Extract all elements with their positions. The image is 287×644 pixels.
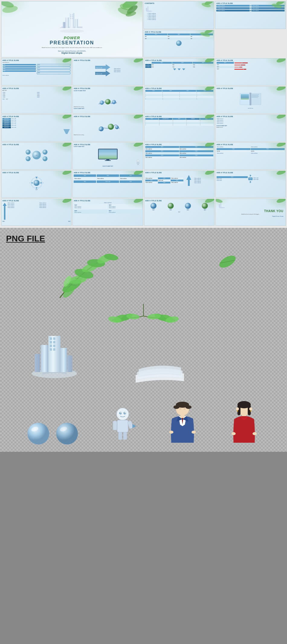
svg-point-183 bbox=[237, 410, 238, 412]
orbs-group bbox=[26, 422, 79, 446]
svg-line-71 bbox=[31, 153, 33, 154]
ld13 bbox=[50, 143, 71, 153]
svg-text:TEXT: TEXT bbox=[35, 177, 38, 178]
svg-rect-18 bbox=[70, 18, 71, 19]
svg-point-170 bbox=[173, 405, 179, 409]
svg-rect-145 bbox=[50, 337, 52, 340]
svg-rect-141 bbox=[41, 345, 48, 372]
svg-rect-22 bbox=[147, 6, 149, 11]
svg-point-63 bbox=[205, 115, 214, 120]
svg-point-32 bbox=[133, 59, 143, 64]
person-male bbox=[166, 400, 199, 446]
svg-rect-165 bbox=[118, 432, 122, 440]
slide-grid4[interactable]: ADD A TITLE SLIDE TEXT •Click to add •Cl… bbox=[215, 171, 286, 198]
content-item-5: Click to add text bbox=[148, 19, 156, 20]
click-to-add2: CLICK TO ADD TEXT bbox=[74, 166, 142, 167]
svg-text:Click to add: Click to add bbox=[96, 67, 102, 69]
slide-orbs[interactable]: ADD A TITLE SLIDE TEXT TEXT TEXT bbox=[144, 199, 214, 226]
slide-grid2[interactable]: ADD A TITLE SLIDE TEXT TEXT TEXT Click t… bbox=[73, 171, 143, 198]
slide-table4[interactable]: ADD A TITLE SLIDE Click to add text Clic… bbox=[215, 142, 286, 170]
grid-diagram-slide[interactable]: ADD A TITLE SLIDE TEXT TEXT TEXT text te… bbox=[144, 30, 214, 58]
slide-table2[interactable]: ADD A TITLE SLIDE TEXT TEXT TEXT T •text… bbox=[144, 58, 214, 85]
slide-steps[interactable]: ADD A TITLE SLIDE ADD TEXT click to add … bbox=[1, 114, 72, 142]
ld9 bbox=[50, 115, 71, 125]
main-slide[interactable]: POWER PRESENTATION Asadal has been runni… bbox=[1, 1, 143, 57]
svg-text:TEXT: TEXT bbox=[99, 129, 101, 130]
slide-up-arrow[interactable]: ADD A TITLE SLIDE •Click to add text •Cl… bbox=[1, 199, 72, 226]
svg-point-65 bbox=[62, 143, 71, 148]
slide-circles[interactable]: ADD A TITLE SLIDE CLICK TO ADD TEXT bbox=[73, 86, 143, 113]
svg-point-153 bbox=[27, 423, 49, 445]
svg-rect-146 bbox=[53, 337, 55, 340]
slide-grid3[interactable]: ADD A TITLE SLIDE •Click to add text TEX… bbox=[144, 171, 214, 198]
text-box-out: TEXT bbox=[37, 69, 70, 72]
papers bbox=[133, 345, 187, 385]
svg-point-68 bbox=[26, 156, 31, 161]
left-branch bbox=[45, 250, 135, 304]
slide-screen[interactable]: ADD A TITLE SLIDE CLICK TO ADD TEXT bbox=[73, 142, 143, 170]
globe-road-svg bbox=[97, 92, 118, 106]
slide-arrows1[interactable]: ADD A TITLE SLIDE Click to add Click to … bbox=[73, 58, 143, 85]
hanging-branch-svg bbox=[106, 304, 181, 340]
svg-rect-149 bbox=[50, 345, 52, 347]
ty-tagline: Digital Dream Utopia bbox=[217, 215, 285, 217]
text-box: TEXT bbox=[3, 66, 36, 68]
svg-line-73 bbox=[40, 153, 43, 154]
main-container: POWER PRESENTATION Asadal has been runni… bbox=[0, 0, 287, 452]
slide-process[interactable]: ADD A TITLE SLIDE TEXT LONGER TEXT TEXT … bbox=[144, 114, 214, 142]
svg-point-106 bbox=[205, 199, 214, 204]
slide-list1[interactable]: ADD A TITLE SLIDE ADD TEXT • TEXT • TEXT… bbox=[1, 86, 72, 113]
png-title: PNG FILE bbox=[6, 234, 281, 244]
person-male-svg bbox=[166, 400, 199, 446]
ld19 bbox=[193, 171, 214, 181]
svg-point-187 bbox=[253, 432, 257, 435]
svg-line-85 bbox=[138, 164, 139, 165]
svg-point-103 bbox=[62, 199, 71, 204]
row-7: ADD A TITLE SLIDE •Click to add text •Cl… bbox=[1, 199, 286, 226]
slide-bars[interactable]: ADD A TITLE SLIDE TEXT TEXT bbox=[215, 58, 286, 85]
content-item-3: Click to add text bbox=[148, 16, 156, 17]
slide-matrix[interactable]: ADD A TITLE SLIDE TEXT TEXT TEXT TEXT t … bbox=[144, 86, 214, 113]
robot-icon bbox=[135, 160, 141, 166]
ld7 bbox=[193, 87, 214, 97]
slide-table3[interactable]: ADD A TITLE SLIDE TEXT TEXT Click to add… bbox=[144, 142, 214, 170]
slide-path[interactable]: ADD A TITLE SLIDE TEXT TEXT bbox=[73, 114, 143, 142]
slide-book[interactable]: ADD A TITLE SLIDE bbox=[215, 86, 286, 113]
svg-rect-47 bbox=[251, 93, 261, 105]
person-female-svg bbox=[227, 400, 261, 446]
png-building-svg bbox=[24, 321, 85, 381]
slide-cycle[interactable]: ADD A TITLE SLIDE TEXT T TE bbox=[1, 171, 72, 198]
svg-point-40 bbox=[133, 87, 143, 92]
slide-table1[interactable]: ADD A TITLE SLIDE www.asadal.com TEXT TE… bbox=[1, 58, 72, 85]
svg-point-100 bbox=[205, 171, 214, 176]
slide-list2[interactable]: ADD A TITLE SLIDE • TEXT xxxxxxx t • TEX… bbox=[215, 114, 286, 142]
ld14 bbox=[122, 143, 143, 153]
slide-thankyou[interactable]: THANK YOU Asadal has been running one of… bbox=[215, 199, 286, 226]
contents-slide[interactable]: CONTENTS ▸ Click to add text ▸ Cl bbox=[144, 1, 214, 29]
svg-line-84 bbox=[137, 164, 138, 165]
book-svg bbox=[238, 90, 263, 107]
svg-point-111 bbox=[276, 199, 285, 204]
text-box-out: TEXT bbox=[37, 72, 70, 74]
slide-bubble[interactable]: ADD A TITLE SLIDE bbox=[1, 142, 72, 170]
ld5 bbox=[50, 87, 71, 97]
svg-rect-16 bbox=[70, 16, 71, 17]
svg-text:TEXT: TEXT bbox=[110, 127, 112, 128]
svg-rect-79 bbox=[99, 149, 117, 159]
content-item-1: Click to add text bbox=[148, 13, 156, 14]
ld2 bbox=[122, 59, 143, 69]
row-6: ADD A TITLE SLIDE TEXT T TE bbox=[1, 171, 286, 198]
svg-rect-48 bbox=[250, 93, 251, 105]
presentation-title: PRESENTATION bbox=[5, 40, 139, 46]
svg-rect-163 bbox=[113, 421, 117, 430]
ld3 bbox=[193, 59, 214, 69]
svg-point-41 bbox=[100, 100, 104, 105]
svg-rect-144 bbox=[67, 355, 72, 372]
title-book-slide[interactable]: ADD A TITLE SLIDE 1. Click to add text C… bbox=[215, 1, 286, 29]
slide-cards[interactable]: ADD A TITLE SLIDE Click to add text TEXT… bbox=[73, 199, 143, 226]
svg-point-112 bbox=[216, 199, 223, 203]
svg-rect-10 bbox=[69, 13, 74, 28]
characters-row bbox=[6, 400, 281, 446]
svg-point-108 bbox=[168, 203, 174, 209]
svg-marker-56 bbox=[63, 129, 70, 134]
